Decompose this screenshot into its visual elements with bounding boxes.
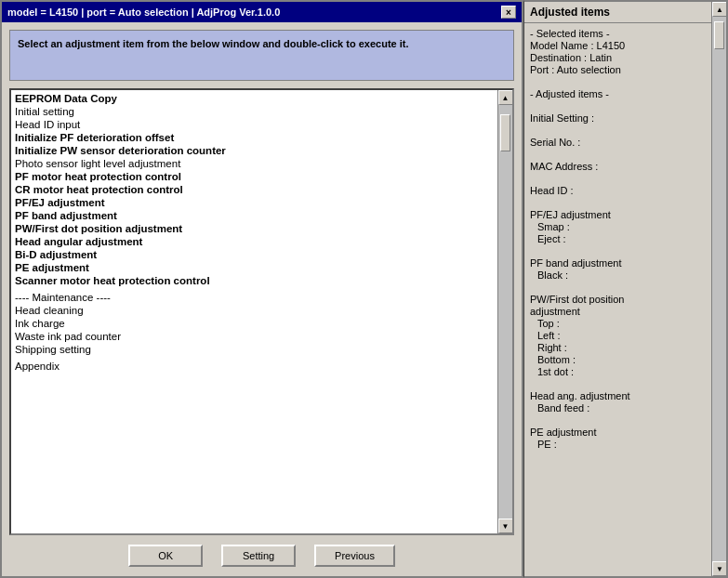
list-item[interactable]: PF band adjustment: [11, 209, 512, 222]
title-bar-text: model = L4150 | port = Auto selection | …: [7, 7, 280, 18]
list-item[interactable]: Head cleaning: [11, 304, 512, 317]
right-scroll-down-button[interactable]: ▼: [712, 561, 727, 576]
title-bar: model = L4150 | port = Auto selection | …: [2, 2, 522, 22]
list-item[interactable]: Initialize PW sensor deterioration count…: [11, 144, 512, 157]
right-panel-item: Serial No. :: [530, 137, 721, 148]
right-panel-item: PE :: [530, 439, 721, 450]
scrollbar[interactable]: ▲ ▼: [497, 90, 512, 533]
list-item[interactable]: Appendix: [11, 360, 512, 373]
list-item[interactable]: Shipping setting: [11, 343, 512, 356]
right-panel-item: Head ang. adjustment: [530, 390, 721, 401]
right-panel-item: Eject :: [530, 233, 721, 244]
right-panel-item: [530, 197, 721, 208]
list-item[interactable]: Head ID input: [11, 118, 512, 131]
right-panel-item: [530, 414, 721, 426]
list-item[interactable]: Scanner motor heat protection control: [11, 274, 512, 287]
right-panel-item: 1st dot :: [530, 366, 721, 377]
right-panel-item: Black :: [530, 269, 721, 281]
main-window: model = L4150 | port = Auto selection | …: [0, 0, 523, 578]
right-panel-item: [530, 125, 721, 136]
list-item[interactable]: PE adjustment: [11, 261, 512, 274]
list-item[interactable]: CR motor heat protection control: [11, 183, 512, 196]
list-item[interactable]: Initialize PF deterioration offset: [11, 131, 512, 144]
list-item[interactable]: Waste ink pad counter: [11, 330, 512, 343]
right-panel-item: [530, 76, 721, 87]
right-panel-item: - Selected items -: [530, 28, 721, 39]
right-panel-item: PE adjustment: [530, 427, 721, 438]
right-panel-item: Destination : Latin: [530, 52, 721, 63]
scroll-thumb[interactable]: [500, 114, 510, 151]
list-item[interactable]: PF motor heat protection control: [11, 170, 512, 183]
right-panel-item: Smap :: [530, 221, 721, 232]
list-item[interactable]: EEPROM Data Copy: [11, 92, 512, 105]
right-panel-item: PW/First dot position: [530, 294, 721, 305]
right-panel-item: [530, 282, 721, 293]
right-panel-item: [530, 378, 721, 389]
list-item[interactable]: ---- Maintenance ----: [11, 291, 512, 304]
instruction-text: Select an adjustment item from the below…: [18, 38, 409, 49]
right-panel: Adjusted items - Selected items -Model N…: [523, 0, 728, 578]
right-panel-item: [530, 149, 721, 160]
right-panel-item: Model Name : L4150: [530, 40, 721, 51]
list-scroll-area[interactable]: EEPROM Data CopyInitial settingHead ID i…: [11, 90, 512, 533]
right-panel-item: MAC Address :: [530, 161, 721, 172]
right-panel-content: - Selected items -Model Name : L4150Dest…: [524, 23, 726, 576]
scroll-down-button[interactable]: ▼: [498, 519, 513, 533]
list-item[interactable]: PW/First dot position adjustment: [11, 222, 512, 235]
setting-button[interactable]: Setting: [221, 545, 296, 567]
right-panel-item: Initial Setting :: [530, 112, 721, 124]
right-scroll-up-button[interactable]: ▲: [712, 2, 727, 17]
list-item[interactable]: Bi-D adjustment: [11, 248, 512, 261]
right-panel-item: - Adjusted items -: [530, 88, 721, 99]
adjustment-list: EEPROM Data CopyInitial settingHead ID i…: [11, 90, 512, 374]
right-panel-item: PF band adjustment: [530, 257, 721, 269]
close-button[interactable]: ×: [501, 6, 516, 19]
right-panel-item: adjustment: [530, 306, 721, 317]
right-panel-item: Port : Auto selection: [530, 64, 721, 75]
scroll-up-button[interactable]: ▲: [498, 90, 513, 105]
right-scroll-thumb[interactable]: [714, 21, 724, 49]
right-panel-item: Band feed :: [530, 402, 721, 414]
right-panel-item: PF/EJ adjustment: [530, 209, 721, 220]
right-panel-scrollbar[interactable]: ▲ ▼: [711, 2, 726, 576]
button-bar: OK Setting Previous: [2, 535, 522, 576]
instruction-box: Select an adjustment item from the below…: [9, 30, 514, 81]
right-panel-item: [530, 100, 721, 112]
scroll-track: [498, 105, 512, 519]
right-scroll-track: [712, 17, 726, 561]
list-item[interactable]: PF/EJ adjustment: [11, 196, 512, 209]
ok-button[interactable]: OK: [128, 545, 203, 567]
list-item[interactable]: Head angular adjustment: [11, 235, 512, 248]
right-panel-item: Bottom :: [530, 354, 721, 365]
list-container: EEPROM Data CopyInitial settingHead ID i…: [9, 88, 514, 535]
right-panel-item: Head ID :: [530, 185, 721, 196]
right-panel-item: [530, 245, 721, 256]
list-item[interactable]: Ink charge: [11, 317, 512, 330]
list-item[interactable]: Photo sensor light level adjustment: [11, 157, 512, 170]
list-item[interactable]: Initial setting: [11, 105, 512, 118]
right-panel-item: [530, 173, 721, 184]
previous-button[interactable]: Previous: [314, 545, 395, 567]
right-panel-item: Top :: [530, 318, 721, 329]
right-panel-item: Left :: [530, 330, 721, 341]
right-panel-title: Adjusted items: [524, 2, 726, 23]
right-panel-item: Right :: [530, 342, 721, 353]
